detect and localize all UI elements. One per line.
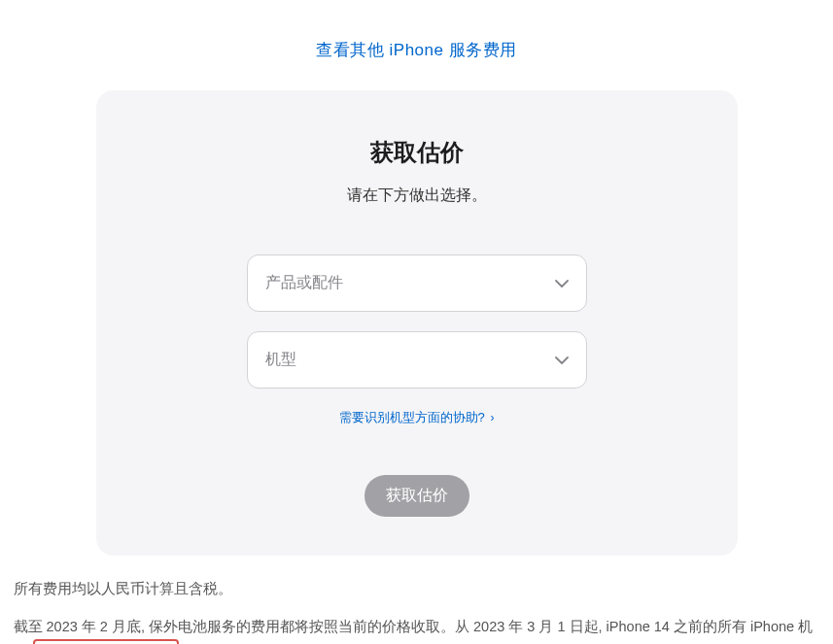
help-link-label: 需要识别机型方面的协助? — [339, 410, 485, 424]
chevron-down-icon — [555, 280, 569, 288]
footnote-line-1: 所有费用均以人民币计算且含税。 — [14, 575, 820, 603]
help-link-row: 需要识别机型方面的协助? › — [135, 408, 699, 426]
page-container: 查看其他 iPhone 服务费用 获取估价 请在下方做出选择。 产品或配件 机型… — [0, 0, 833, 644]
card-subtitle: 请在下方做出选择。 — [135, 186, 699, 206]
chevron-right-icon: › — [490, 411, 494, 424]
annotation-highlight-box — [33, 639, 179, 644]
product-select-placeholder: 产品或配件 — [265, 273, 343, 293]
identify-model-help-link[interactable]: 需要识别机型方面的协助? › — [339, 410, 495, 424]
footnote-line-2: 截至 2023 年 2 月底, 保外电池服务的费用都将按照当前的价格收取。从 2… — [14, 613, 820, 644]
model-select[interactable]: 机型 — [247, 331, 587, 389]
estimate-card: 获取估价 请在下方做出选择。 产品或配件 机型 需要识别机型方面的协助? › 获… — [96, 90, 738, 556]
chevron-down-icon — [555, 356, 569, 364]
footnote-line-2-text: 截至 2023 年 2 月底, 保外电池服务的费用都将按照当前的价格收取。从 2… — [14, 619, 814, 644]
get-estimate-button[interactable]: 获取估价 — [364, 475, 469, 517]
model-select-placeholder: 机型 — [265, 350, 296, 370]
product-select[interactable]: 产品或配件 — [247, 254, 587, 312]
other-services-link[interactable]: 查看其他 iPhone 服务费用 — [316, 41, 516, 59]
footnotes: 所有费用均以人民币计算且含税。 截至 2023 年 2 月底, 保外电池服务的费… — [14, 575, 820, 644]
top-link-row: 查看其他 iPhone 服务费用 — [0, 0, 833, 90]
card-title: 获取估价 — [135, 137, 699, 168]
